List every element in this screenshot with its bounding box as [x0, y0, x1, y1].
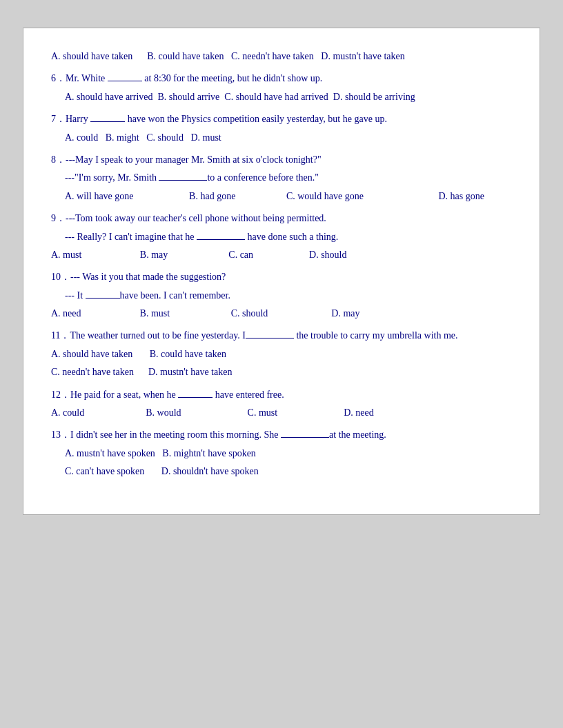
q8-options: A. will have gone B. had gone C. would h…: [51, 189, 512, 204]
q11-options-row2: C. needn't have taken D. mustn't have ta…: [51, 365, 512, 380]
q6-block: 6．Mr. White at 8:30 for the meeting, but…: [51, 71, 512, 105]
q9-line2: --- Really? I can't imagine that he have…: [51, 230, 512, 245]
q11-options-row1: A. should have taken B. could have taken: [51, 347, 512, 362]
q12-stem: 12．He paid for a seat, when he have ente…: [51, 387, 512, 403]
q8-line1: 8．---May I speak to your manager Mr. Smi…: [51, 152, 512, 168]
q7-stem: 7．Harry have won the Physics competition…: [51, 112, 512, 127]
q11-block: 11．The weather turned out to be fine yes…: [51, 328, 512, 380]
q9-block: 9．---Tom took away our teacher's cell ph…: [51, 211, 512, 263]
q8-block: 8．---May I speak to your manager Mr. Smi…: [51, 152, 512, 204]
q5-options-block: A. should have taken B. could have taken…: [51, 49, 512, 64]
q6-options: A. should have arrived B. should arrive …: [51, 90, 512, 105]
q10-options: A. need B. must C. should D. may: [51, 306, 512, 321]
q5-options: A. should have taken B. could have taken…: [51, 49, 512, 64]
exam-page: A. should have taken B. could have taken…: [23, 28, 540, 515]
q13-stem: 13．I didn't see her in the meeting room …: [51, 427, 512, 443]
q7-block: 7．Harry have won the Physics competition…: [51, 112, 512, 145]
q12-block: 12．He paid for a seat, when he have ente…: [51, 387, 512, 421]
q8-line2: ---"I'm sorry, Mr. Smith to a conference…: [51, 170, 512, 185]
q9-options: A. must B. may C. can D. should: [51, 247, 512, 263]
q10-line1: 10．--- Was it you that made the suggesti…: [51, 270, 512, 285]
q12-options: A. could B. would C. must D. need: [51, 405, 512, 421]
q13-options-row2: C. can't have spoken D. shouldn't have s…: [51, 464, 512, 479]
q13-options-row1: A. mustn't have spoken B. mightn't have …: [51, 446, 512, 461]
q13-block: 13．I didn't see her in the meeting room …: [51, 427, 512, 479]
q10-line2: --- It have been. I can't remember.: [51, 288, 512, 303]
q7-options: A. could B. might C. should D. must: [51, 130, 512, 145]
q9-line1: 9．---Tom took away our teacher's cell ph…: [51, 211, 512, 226]
q6-stem: 6．Mr. White at 8:30 for the meeting, but…: [51, 71, 512, 86]
q10-block: 10．--- Was it you that made the suggesti…: [51, 270, 512, 321]
q11-stem: 11．The weather turned out to be fine yes…: [51, 328, 512, 343]
